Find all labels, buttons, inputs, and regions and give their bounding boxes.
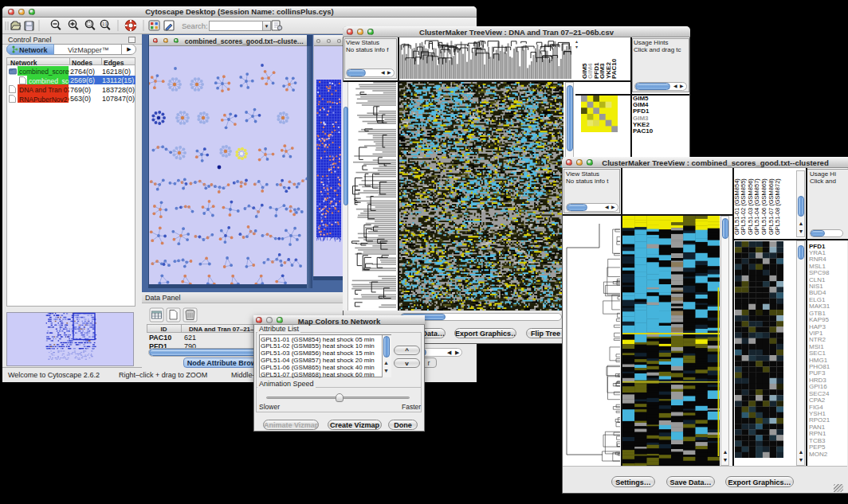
svg-text:GPL51-08 (GSM872): GPL51-08 (GSM872) xyxy=(774,178,781,235)
